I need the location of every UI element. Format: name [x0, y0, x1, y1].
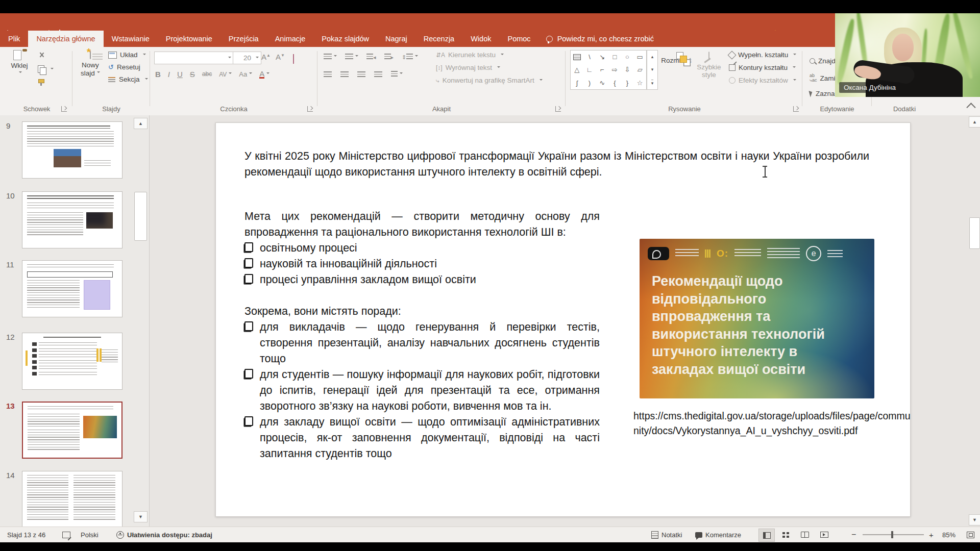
shape-right-brace-icon[interactable]: }: [626, 79, 628, 87]
reading-view-button[interactable]: [797, 529, 813, 541]
slideshow-view-button[interactable]: [817, 529, 832, 541]
shape-freeform-icon[interactable]: ▱: [638, 66, 643, 73]
shape-rectangle-icon[interactable]: □: [612, 53, 617, 61]
find-button[interactable]: Znajdź: [810, 57, 839, 65]
comments-button[interactable]: Komentarze: [695, 527, 741, 542]
shape-arrow-icon[interactable]: ↘: [599, 53, 605, 61]
line-spacing-button[interactable]: ⇕: [402, 52, 418, 61]
shapes-gallery-scroll[interactable]: ▴ ▾ ▾: [647, 50, 658, 90]
font-color-button[interactable]: A: [259, 69, 270, 79]
zoom-slider-track[interactable]: [863, 534, 924, 535]
zoom-slider-thumb[interactable]: [891, 531, 893, 538]
collapse-ribbon-icon[interactable]: [966, 103, 975, 112]
tell-me-search[interactable]: Powiedz mi, co chcesz zrobić: [539, 31, 661, 47]
italic-button[interactable]: I: [168, 70, 170, 79]
grow-font-button[interactable]: A▲: [261, 53, 271, 61]
strikethrough-button[interactable]: S: [190, 70, 195, 79]
shape-curve-icon[interactable]: ∿: [599, 79, 605, 87]
shrink-font-button[interactable]: A▼: [276, 53, 285, 61]
slide-counter[interactable]: Slajd 13 z 46: [7, 527, 45, 542]
font-name-combobox[interactable]: [154, 52, 234, 64]
increase-indent-button[interactable]: ▸: [384, 52, 394, 61]
fit-slide-button[interactable]: [967, 527, 974, 542]
slide-thumbnail-11[interactable]: [22, 260, 122, 317]
slide-thumbnail-10[interactable]: [22, 191, 122, 248]
tab-pokaz-slajdow[interactable]: Pokaz slajdów: [313, 31, 377, 47]
text-direction-button[interactable]: ⇵AKierunek tekstu: [436, 51, 504, 59]
shape-arc-icon[interactable]: ): [589, 79, 591, 87]
gallery-down-icon[interactable]: ▾: [651, 67, 654, 72]
layout-button[interactable]: Układ: [108, 51, 146, 59]
tab-projektowanie[interactable]: Projektowanie: [158, 31, 220, 47]
bold-button[interactable]: B: [155, 70, 161, 79]
shape-outline-button[interactable]: Kontury kształtu: [729, 64, 796, 71]
normal-view-button[interactable]: [758, 529, 775, 542]
shape-fill-button[interactable]: Wypełn. kształtu: [729, 51, 796, 59]
gallery-up-icon[interactable]: ▴: [651, 54, 654, 59]
zoom-in-button[interactable]: +: [929, 527, 934, 542]
zoom-out-button[interactable]: −: [851, 527, 856, 542]
slide-body-textbox[interactable]: Мета цих рекомендацій — створити методич…: [244, 209, 600, 462]
underline-button[interactable]: U: [177, 70, 183, 79]
editor-scrollbar-thumb[interactable]: [969, 217, 980, 249]
subscript-button[interactable]: abc: [202, 70, 212, 78]
notes-button[interactable]: Notatki: [651, 527, 682, 542]
new-slide-button[interactable]: Nowy slajd: [76, 51, 105, 78]
slide-canvas[interactable]: У квітні 2025 року Міністерство цифрової…: [215, 122, 911, 517]
align-center-icon[interactable]: [340, 71, 349, 77]
tab-wstawianie[interactable]: Wstawianie: [104, 31, 158, 47]
shape-textbox-icon[interactable]: [573, 54, 581, 60]
panel-scroll-down-icon[interactable]: ▼: [134, 511, 148, 522]
character-spacing-button[interactable]: AV: [219, 69, 232, 79]
drawing-dialog-launcher-icon[interactable]: [793, 106, 799, 112]
slide-sorter-view-button[interactable]: [778, 529, 793, 541]
editor-scroll-up-icon[interactable]: ▲: [969, 116, 980, 128]
slide-thumbnail-12[interactable]: [22, 333, 122, 390]
shape-elbow-arrow-icon[interactable]: ⌐: [600, 66, 604, 73]
tab-animacje[interactable]: Animacje: [267, 31, 314, 47]
accessibility-status[interactable]: Ułatwienia dostępu: zbadaj: [116, 527, 212, 542]
decrease-indent-button[interactable]: ◂: [366, 52, 376, 61]
bullets-button[interactable]: [324, 52, 337, 61]
tab-recenzja[interactable]: Recenzja: [415, 31, 462, 47]
justify-icon[interactable]: [374, 71, 382, 77]
shape-left-brace-icon[interactable]: {: [614, 79, 616, 87]
align-left-icon[interactable]: [324, 71, 332, 77]
paste-button[interactable]: Wklej: [7, 51, 32, 77]
display-settings-icon[interactable]: [62, 527, 70, 542]
paragraph-dialog-launcher-icon[interactable]: [555, 106, 561, 112]
quick-styles-button[interactable]: Szybkie style: [694, 52, 724, 79]
shape-effects-button[interactable]: Efekty kształtów: [729, 77, 796, 84]
shape-right-arrow-icon[interactable]: ⇨: [612, 66, 618, 73]
poster-source-url[interactable]: https://cms.thedigital.gov.ua/storage/up…: [633, 409, 913, 438]
numbering-button[interactable]: [345, 52, 358, 61]
tab-plik[interactable]: Plik: [0, 31, 28, 47]
section-button[interactable]: Sekcja: [108, 76, 148, 83]
clear-formatting-button[interactable]: [293, 55, 294, 64]
tab-nagraj[interactable]: Nagraj: [377, 31, 415, 47]
tab-pomoc[interactable]: Pomoc: [499, 31, 538, 47]
panel-scroll-up-icon[interactable]: ▲: [134, 118, 148, 129]
shape-down-arrow-icon[interactable]: ⇩: [625, 66, 630, 73]
tab-narzedzia-glowne[interactable]: Narzędzia główne: [28, 31, 103, 47]
arrange-button[interactable]: Rozmieść: [660, 52, 692, 64]
shape-ellipse-icon[interactable]: ○: [625, 53, 629, 61]
copy-button[interactable]: [38, 65, 54, 73]
align-text-button[interactable]: [↕]Wyrównaj tekst: [436, 64, 500, 71]
tab-widok[interactable]: Widok: [462, 31, 499, 47]
columns-button[interactable]: [391, 69, 403, 79]
shapes-gallery[interactable]: \ ↘ □ ○ ▭ △ ∟ ⌐ ⇨ ⇩ ▱ ʃ ) ∿ { } ☆: [570, 50, 647, 90]
recommendations-poster-image[interactable]: O: е Рекомендації щодо відповідального в…: [640, 239, 874, 398]
align-right-icon[interactable]: [357, 71, 365, 77]
change-case-button[interactable]: Aa: [239, 69, 252, 79]
shape-star-icon[interactable]: ☆: [637, 79, 643, 87]
tab-przejscia[interactable]: Przejścia: [220, 31, 267, 47]
shape-scribble-icon[interactable]: ʃ: [576, 79, 578, 87]
zoom-level[interactable]: 85%: [942, 527, 955, 542]
slide-thumbnail-9[interactable]: [22, 121, 122, 179]
smartart-button[interactable]: ⤷Konwertuj na grafikę SmartArt: [436, 77, 543, 84]
shape-line-icon[interactable]: \: [589, 53, 591, 61]
language-indicator[interactable]: Polski: [81, 527, 99, 542]
gallery-more-icon[interactable]: ▾: [651, 80, 654, 86]
slide-thumbnail-13[interactable]: [22, 402, 122, 459]
